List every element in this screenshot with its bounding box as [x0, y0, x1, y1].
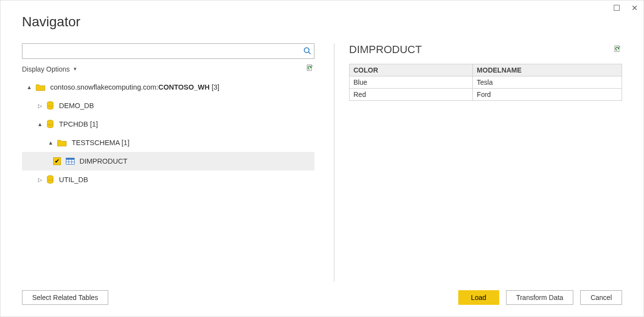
tree-item-label: DEMO_DB — [59, 102, 94, 110]
search-input[interactable] — [22, 45, 300, 57]
refresh-icon — [613, 45, 622, 54]
transform-data-button[interactable]: Transform Data — [506, 290, 574, 305]
expander-expand-icon[interactable]: ▷ — [37, 103, 43, 109]
page-title: Navigator — [22, 14, 622, 30]
maximize-button[interactable] — [614, 4, 620, 12]
display-options-label: Display Options — [22, 65, 70, 73]
tree-item-testschema[interactable]: ▲ TESTSCHEMA [1] — [22, 133, 314, 152]
chevron-down-icon: ▼ — [73, 66, 78, 72]
preview-title: DIMPRODUCT — [349, 43, 422, 56]
database-icon — [46, 120, 54, 129]
expander-collapse-icon[interactable]: ▲ — [37, 121, 43, 127]
tree-item-util-db[interactable]: ▷ UTIL_DB — [22, 170, 314, 189]
preview-pane: DIMPRODUCT COLOR MODELNAME — [334, 43, 622, 281]
svg-rect-5 — [66, 158, 75, 160]
table-row[interactable]: Blue Tesla — [350, 76, 622, 89]
refresh-icon — [306, 64, 314, 73]
column-header[interactable]: COLOR — [350, 64, 473, 76]
select-related-tables-button[interactable]: Select Related Tables — [22, 290, 108, 305]
table-icon — [66, 158, 75, 165]
svg-line-1 — [309, 52, 311, 54]
database-icon — [46, 101, 54, 110]
tree-item-label: UTIL_DB — [59, 176, 88, 184]
cell: Tesla — [473, 76, 622, 89]
expander-collapse-icon[interactable]: ▲ — [26, 84, 33, 90]
database-icon — [46, 175, 54, 184]
display-options-dropdown[interactable]: Display Options ▼ — [22, 65, 78, 73]
table-row[interactable]: Red Ford — [350, 89, 622, 101]
column-header[interactable]: MODELNAME — [473, 64, 622, 76]
tree-item-label: DIMPRODUCT — [79, 157, 127, 165]
folder-icon — [57, 139, 67, 147]
preview-table: COLOR MODELNAME Blue Tesla Red Ford — [349, 64, 622, 101]
tree-item-label: TESTSCHEMA [1] — [72, 139, 129, 147]
cell: Red — [350, 89, 473, 101]
close-button[interactable]: ✕ — [631, 4, 638, 12]
load-button[interactable]: Load — [458, 290, 499, 305]
navigator-tree: ▲ contoso.snowflakecomputing.com:CONTOSO… — [22, 78, 314, 189]
search-icon[interactable] — [300, 47, 314, 56]
svg-point-0 — [304, 48, 309, 53]
tree-item-label: TPCHDB [1] — [59, 120, 98, 128]
search-box[interactable] — [22, 43, 314, 59]
footer: Select Related Tables Load Transform Dat… — [22, 281, 622, 305]
tree-item-label: contoso.snowflakecomputing.com:CONTOSO_W… — [50, 83, 219, 91]
refresh-button[interactable] — [306, 64, 314, 74]
cancel-button[interactable]: Cancel — [580, 290, 622, 305]
preview-refresh-button[interactable] — [613, 45, 622, 55]
folder-icon — [36, 83, 45, 91]
maximize-icon — [614, 5, 620, 11]
tree-item-demo-db[interactable]: ▷ DEMO_DB — [22, 96, 314, 115]
expander-expand-icon[interactable]: ▷ — [37, 177, 43, 183]
left-pane: Display Options ▼ ▲ — [22, 43, 314, 281]
tree-item-checkbox[interactable]: ✔ — [53, 157, 61, 165]
cell: Ford — [473, 89, 622, 101]
expander-collapse-icon[interactable]: ▲ — [47, 140, 54, 146]
cell: Blue — [350, 76, 473, 89]
tree-item-server[interactable]: ▲ contoso.snowflakecomputing.com:CONTOSO… — [22, 78, 314, 96]
tree-item-dimproduct[interactable]: ✔ DIMPRODUCT — [22, 152, 314, 170]
table-header-row: COLOR MODELNAME — [350, 64, 622, 76]
tree-item-tpchdb[interactable]: ▲ TPCHDB [1] — [22, 115, 314, 133]
